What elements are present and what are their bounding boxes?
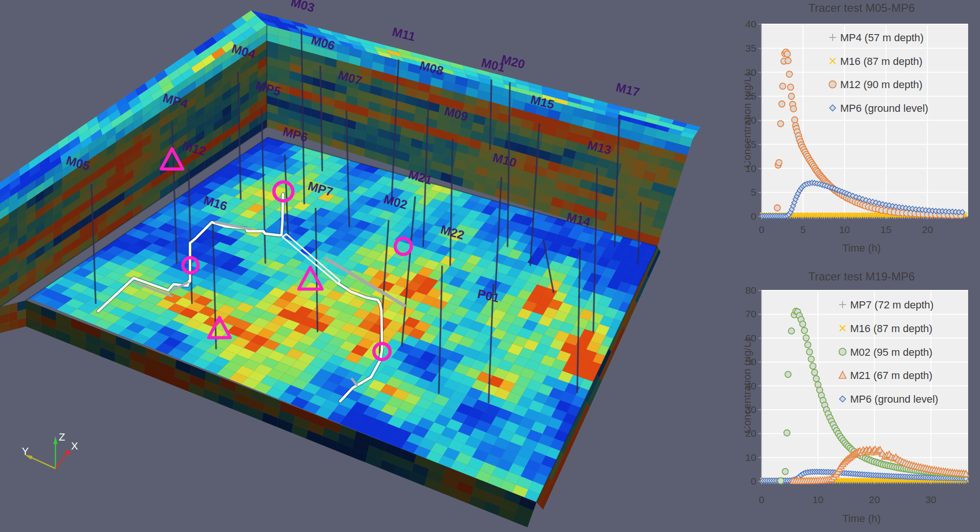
x-tick-label: 20 bbox=[922, 224, 933, 235]
y-tick-label: 0 bbox=[751, 476, 756, 487]
legend-label: M12 (90 m depth) bbox=[840, 79, 923, 90]
legend-item-M02[interactable]: M02 (95 m depth) bbox=[839, 346, 933, 358]
chart-title: Tracer test M19-MP6 bbox=[808, 270, 915, 283]
y-tick-label: 0 bbox=[751, 211, 756, 222]
x-tick-label: 30 bbox=[926, 494, 936, 505]
legend-label: MP6 (ground level) bbox=[850, 393, 938, 405]
chart-title: Tracer test M05-MP6 bbox=[808, 1, 915, 14]
y-tick-label: 40 bbox=[745, 18, 756, 29]
y-tick-label: 10 bbox=[745, 452, 756, 463]
y-tick-label: 35 bbox=[745, 43, 756, 54]
x-tick-label: 15 bbox=[880, 224, 891, 235]
legend-label: M16 (87 m depth) bbox=[850, 323, 933, 334]
x-tick-label: 10 bbox=[839, 224, 850, 235]
chart-tracer-m05-mp6: 051015202530354005101520Tracer test M05-… bbox=[744, 1, 968, 254]
x-tick-label: 10 bbox=[812, 494, 823, 505]
tracer-charts-panel: 051015202530354005101520Tracer test M05-… bbox=[744, 0, 980, 532]
axis-x-tip bbox=[65, 450, 70, 455]
legend-label: M16 (87 m depth) bbox=[840, 55, 923, 67]
legend-item-M16[interactable]: M16 (87 m depth) bbox=[840, 323, 933, 334]
legend-item-M21[interactable]: M21 (67 m depth) bbox=[839, 370, 933, 381]
y-axis-title: Concentration (µg/L) bbox=[744, 73, 753, 168]
legend-label: MP7 (72 m depth) bbox=[850, 299, 934, 311]
y-tick-label: 70 bbox=[745, 308, 756, 319]
app-root: M05MP4M12M16M04MP5M03MP6M06MP7M07M11M02M… bbox=[0, 0, 980, 532]
legend-item-M16[interactable]: M16 (87 m depth) bbox=[830, 55, 923, 67]
legend-item-MP6[interactable]: MP6 (ground level) bbox=[840, 393, 938, 405]
3d-scene-canvas[interactable]: M05MP4M12M16M04MP5M03MP6M06MP7M07M11M02M… bbox=[0, 0, 744, 532]
y-axis-title: Concentration (µg/L) bbox=[744, 338, 753, 433]
axis-z-label: Z bbox=[59, 431, 65, 443]
x-tick-label: 0 bbox=[759, 224, 764, 235]
legend-item-MP4[interactable]: MP4 (57 m depth) bbox=[829, 32, 924, 44]
legend-label: M21 (67 m depth) bbox=[850, 370, 933, 381]
3d-model-viewport[interactable]: M05MP4M12M16M04MP5M03MP6M06MP7M07M11M02M… bbox=[0, 0, 744, 532]
legend-item-M12[interactable]: M12 (90 m depth) bbox=[829, 79, 923, 90]
tracer-charts-canvas: 051015202530354005101520Tracer test M05-… bbox=[744, 0, 980, 532]
y-tick-label: 80 bbox=[745, 285, 756, 296]
axis-x-label: X bbox=[71, 440, 78, 452]
x-tick-label: 20 bbox=[869, 494, 880, 505]
x-tick-label: 5 bbox=[800, 224, 806, 235]
legend-label: MP4 (57 m depth) bbox=[840, 32, 924, 44]
legend-item-MP6[interactable]: MP6 (ground level) bbox=[830, 102, 928, 114]
legend-label: M02 (95 m depth) bbox=[850, 346, 933, 358]
y-tick-label: 5 bbox=[751, 187, 756, 198]
x-axis-title: Time (h) bbox=[842, 242, 880, 254]
x-tick-label: 0 bbox=[759, 494, 764, 505]
axis-y-label: Y bbox=[22, 445, 29, 457]
x-axis-title: Time (h) bbox=[842, 513, 880, 524]
legend-item-MP7[interactable]: MP7 (72 m depth) bbox=[839, 299, 934, 311]
legend-label: MP6 (ground level) bbox=[840, 102, 928, 114]
